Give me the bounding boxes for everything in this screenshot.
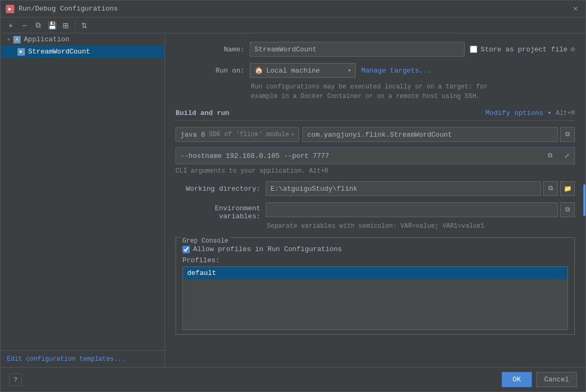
- sdk-select[interactable]: java 8 SDK of 'flink' module ▾: [176, 127, 299, 142]
- toolbar-separator: [75, 21, 75, 30]
- workdir-label: Working directory:: [176, 185, 260, 193]
- class-input-row: ⧉: [302, 127, 575, 142]
- profiles-list: default: [182, 266, 568, 330]
- sidebar-category-application[interactable]: ▾ A Application: [1, 33, 164, 46]
- sdk-hint: SDK of 'flink' module: [205, 131, 289, 138]
- footer-right: OK Cancel: [502, 372, 577, 387]
- run-hint-line1: Run configurations may be executed local…: [251, 83, 487, 91]
- env-vars-label: Environment variables:: [176, 202, 260, 220]
- right-panel: Name: Store as project file ⚙ Run on: 🏠 …: [165, 33, 585, 367]
- sort-config-button[interactable]: ⇅: [78, 20, 90, 31]
- local-machine-text: Local machine: [266, 67, 320, 75]
- modify-options-shortcut: Alt+M: [556, 110, 575, 117]
- grep-console-title-label: Grep Console: [180, 237, 230, 245]
- footer-left: ?: [9, 373, 22, 386]
- dialog-icon: ▶: [6, 5, 14, 13]
- allow-profiles-label: Allow profiles in Run Configurations: [193, 245, 342, 253]
- main-content: ▾ A Application ▶ StreamWordCount Edit c…: [1, 33, 585, 367]
- remove-config-button[interactable]: −: [19, 20, 30, 31]
- modify-options-area: Modify options ▾ Alt+M: [485, 109, 575, 117]
- env-vars-row: Environment variables: ⧉: [176, 202, 575, 220]
- run-on-row: Run on: 🏠 Local machine ▾ Manage targets…: [176, 63, 575, 78]
- cancel-button[interactable]: Cancel: [536, 372, 577, 387]
- class-copy-icon-btn[interactable]: ⧉: [560, 127, 575, 142]
- sidebar-item-streamwordcount[interactable]: ▶ StreamWordCount: [1, 46, 164, 58]
- application-icon: A: [13, 36, 21, 43]
- profiles-label: Profiles:: [182, 256, 568, 264]
- env-vars-input[interactable]: [266, 202, 558, 217]
- save-config-button[interactable]: 💾: [46, 20, 58, 31]
- sidebar-subitem-label: StreamWordCount: [28, 48, 90, 56]
- build-run-title: Build and run: [176, 109, 229, 117]
- run-hint-line2: example in a Docker Container or on a re…: [251, 93, 480, 100]
- name-input[interactable]: [250, 42, 465, 57]
- workdir-input-wrap: ⧉ 📁: [266, 181, 575, 196]
- title-bar-left: ▶ Run/Debug Configurations: [6, 5, 118, 13]
- store-gear-icon[interactable]: ⚙: [571, 45, 575, 54]
- run-on-hint: Run configurations may be executed local…: [251, 82, 575, 101]
- sidebar-footer: Edit configuration templates...: [1, 350, 164, 367]
- workdir-input[interactable]: [266, 181, 541, 196]
- args-copy-icon-btn[interactable]: ⧉: [543, 148, 557, 163]
- main-class-input[interactable]: [302, 127, 558, 142]
- store-checkbox-row: Store as project file ⚙: [470, 45, 575, 54]
- run-on-label: Run on:: [176, 67, 244, 75]
- workdir-copy-icon-btn[interactable]: ⧉: [543, 181, 558, 196]
- ok-button[interactable]: OK: [502, 372, 532, 387]
- name-label: Name:: [176, 46, 244, 54]
- env-vars-input-wrap: ⧉: [266, 202, 575, 217]
- scroll-indicator: [583, 184, 585, 216]
- run-on-dropdown-arrow: ▾: [348, 67, 351, 74]
- args-expand-icon-btn[interactable]: ⤢: [559, 148, 574, 163]
- cli-args-hint: CLI arguments to your application. Alt+R: [176, 167, 575, 175]
- edit-templates-link[interactable]: Edit configuration templates...: [7, 355, 125, 363]
- manage-targets-link[interactable]: Manage targets...: [361, 67, 432, 75]
- store-project-file-checkbox[interactable]: [470, 46, 477, 53]
- help-button[interactable]: ?: [9, 373, 22, 386]
- run-debug-configurations-dialog: ▶ Run/Debug Configurations ✕ + − ⧉ 💾 ⊞ ⇅…: [0, 0, 586, 392]
- sidebar: ▾ A Application ▶ StreamWordCount Edit c…: [1, 33, 165, 367]
- add-config-button[interactable]: +: [5, 20, 16, 31]
- sdk-label: java 8: [180, 131, 205, 139]
- config-item-icon: ▶: [18, 48, 25, 56]
- env-vars-hint: Separate variables with semicolon: VAR=v…: [267, 222, 575, 230]
- run-on-select[interactable]: 🏠 Local machine ▾: [250, 63, 356, 78]
- grep-console-section: Grep Console Allow profiles in Run Confi…: [176, 237, 575, 335]
- modify-options-link[interactable]: Modify options ▾ Alt+M: [485, 109, 575, 117]
- args-input[interactable]: [176, 148, 540, 164]
- dialog-footer: ? OK Cancel: [1, 367, 585, 391]
- name-row: Name: Store as project file ⚙: [176, 42, 575, 57]
- category-arrow-icon: ▾: [7, 37, 10, 43]
- args-input-row: ⧉ ⤢: [176, 147, 575, 164]
- grep-console-content: Allow profiles in Run Configurations Pro…: [176, 238, 574, 334]
- workdir-browse-icon-btn[interactable]: 📁: [560, 181, 575, 196]
- build-run-section-header: Build and run Modify options ▾ Alt+M: [176, 109, 575, 121]
- move-config-button[interactable]: ⊞: [60, 20, 72, 31]
- title-bar: ▶ Run/Debug Configurations ✕: [1, 1, 585, 17]
- dialog-title: Run/Debug Configurations: [19, 5, 118, 13]
- env-vars-icon-btn[interactable]: ⧉: [560, 202, 575, 217]
- grep-checkbox-row: Allow profiles in Run Configurations: [182, 245, 568, 253]
- copy-config-button[interactable]: ⧉: [32, 20, 44, 31]
- toolbar: + − ⧉ 💾 ⊞ ⇅: [1, 17, 585, 33]
- workdir-row: Working directory: ⧉ 📁: [176, 181, 575, 196]
- sdk-row: java 8 SDK of 'flink' module ▾ ⧉: [176, 127, 575, 142]
- sdk-dropdown-arrow: ▾: [291, 131, 294, 138]
- close-button[interactable]: ✕: [571, 5, 580, 13]
- home-icon: 🏠: [255, 66, 263, 75]
- modify-options-text: Modify options ▾: [485, 109, 552, 117]
- allow-profiles-checkbox[interactable]: [182, 246, 190, 253]
- category-label: Application: [24, 35, 69, 43]
- profile-item-default[interactable]: default: [183, 267, 567, 279]
- store-project-file-label: Store as project file: [480, 46, 567, 54]
